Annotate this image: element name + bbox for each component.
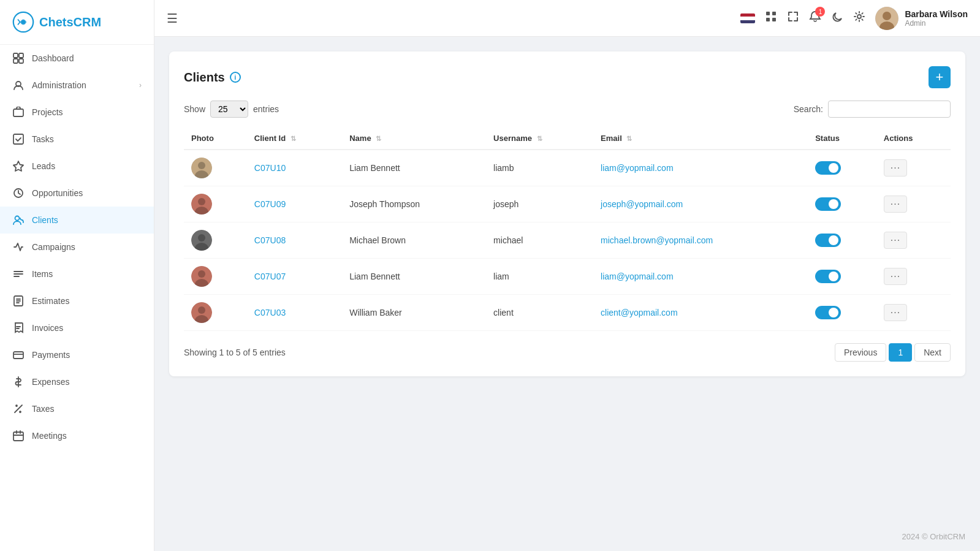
cell-email: joseph@yopmail.com bbox=[593, 186, 808, 222]
svg-rect-13 bbox=[13, 432, 23, 441]
expand-icon[interactable] bbox=[787, 10, 799, 26]
chevron-right-icon: › bbox=[139, 81, 142, 89]
actions-button[interactable]: ··· bbox=[884, 196, 907, 213]
show-label: Show bbox=[184, 104, 205, 114]
status-toggle[interactable] bbox=[815, 197, 841, 211]
client-id-link[interactable]: C07U10 bbox=[254, 163, 286, 173]
topbar-right: 1 bbox=[740, 7, 968, 30]
sidebar-item-label: Meetings bbox=[32, 431, 142, 441]
hamburger-menu[interactable]: ☰ bbox=[167, 11, 178, 26]
sidebar-item-taxes[interactable]: Taxes bbox=[0, 395, 154, 422]
sidebar-item-leads[interactable]: Leads bbox=[0, 153, 154, 180]
email-link[interactable]: client@yopmail.com bbox=[601, 308, 677, 317]
dark-mode-icon[interactable] bbox=[831, 10, 843, 26]
notification-icon[interactable]: 1 bbox=[809, 10, 821, 26]
pagination: Showing 1 to 5 of 5 entries Previous 1 N… bbox=[184, 343, 951, 362]
table-body: C07U10 Liam Bennett liamb liam@yopmail.c… bbox=[184, 150, 951, 331]
status-toggle[interactable] bbox=[815, 306, 841, 319]
status-toggle[interactable] bbox=[815, 270, 841, 283]
add-client-button[interactable]: + bbox=[929, 66, 951, 88]
sidebar-item-opportunities[interactable]: Opportunities bbox=[0, 180, 154, 207]
search-box: Search: bbox=[794, 101, 951, 118]
logo[interactable]: ChetsCRM bbox=[0, 0, 154, 45]
svg-point-35 bbox=[198, 306, 205, 314]
client-id-link[interactable]: C07U03 bbox=[254, 308, 286, 317]
cell-username: liamb bbox=[486, 150, 593, 186]
sidebar-item-items[interactable]: Items bbox=[0, 260, 154, 287]
page-1-button[interactable]: 1 bbox=[889, 343, 912, 362]
svg-point-32 bbox=[198, 270, 205, 278]
col-header-status[interactable]: Status bbox=[808, 127, 876, 150]
settings-icon[interactable] bbox=[853, 10, 865, 26]
show-entries: Show 102550100 entries bbox=[184, 101, 279, 118]
cell-email: liam@yopmail.com bbox=[593, 150, 808, 186]
client-id-link[interactable]: C07U09 bbox=[254, 199, 286, 209]
actions-button[interactable]: ··· bbox=[884, 232, 907, 249]
actions-button[interactable]: ··· bbox=[884, 268, 907, 285]
sidebar-item-payments[interactable]: Payments bbox=[0, 341, 154, 368]
sort-icon: ⇅ bbox=[376, 135, 381, 142]
sidebar-item-label: Administration bbox=[32, 80, 139, 90]
cell-status bbox=[808, 295, 876, 331]
taxes-icon bbox=[12, 403, 25, 415]
grid-icon[interactable] bbox=[765, 10, 777, 26]
cell-photo bbox=[184, 186, 247, 222]
topbar-left: ☰ bbox=[167, 11, 178, 26]
pagination-controls: Previous 1 Next bbox=[835, 343, 951, 362]
table-row: C07U10 Liam Bennett liamb liam@yopmail.c… bbox=[184, 150, 951, 186]
email-link[interactable]: liam@yopmail.com bbox=[601, 272, 673, 281]
sidebar-item-dashboard[interactable]: Dashboard bbox=[0, 45, 154, 72]
clients-card: Clients i + Show 102550100 entries Searc… bbox=[169, 51, 965, 376]
client-avatar bbox=[191, 194, 212, 215]
sidebar-item-tasks[interactable]: Tasks bbox=[0, 126, 154, 153]
card-title: Clients i bbox=[184, 70, 241, 85]
notification-badge: 1 bbox=[815, 7, 825, 17]
col-header-email[interactable]: Email ⇅ bbox=[593, 127, 808, 150]
sidebar-item-label: Clients bbox=[32, 215, 142, 225]
sidebar-item-meetings[interactable]: Meetings bbox=[0, 422, 154, 449]
avatar bbox=[875, 7, 898, 30]
email-link[interactable]: liam@yopmail.com bbox=[601, 163, 673, 173]
sidebar-item-campaigns[interactable]: Campaigns bbox=[0, 234, 154, 260]
email-link[interactable]: joseph@yopmail.com bbox=[601, 199, 683, 209]
cell-client-id: C07U08 bbox=[247, 222, 342, 259]
svg-rect-14 bbox=[766, 12, 770, 15]
client-id-link[interactable]: C07U07 bbox=[254, 272, 286, 281]
col-header-name[interactable]: Name ⇅ bbox=[342, 127, 486, 150]
footer-text: 2024 © OrbitCRM bbox=[902, 532, 966, 541]
user-profile[interactable]: Barbara Wilson Admin bbox=[875, 7, 968, 30]
sidebar-item-projects[interactable]: Projects bbox=[0, 99, 154, 126]
next-button[interactable]: Next bbox=[914, 343, 951, 362]
col-header-username[interactable]: Username ⇅ bbox=[486, 127, 593, 150]
cell-photo bbox=[184, 259, 247, 295]
cell-photo bbox=[184, 295, 247, 331]
email-link[interactable]: michael.brown@yopmail.com bbox=[601, 235, 713, 245]
payments-icon bbox=[12, 349, 25, 361]
sidebar: ChetsCRM Dashboard Administration › Proj… bbox=[0, 0, 154, 551]
items-icon bbox=[12, 268, 25, 280]
invoices-icon bbox=[12, 322, 25, 334]
sidebar-item-administration[interactable]: Administration › bbox=[0, 72, 154, 99]
actions-button[interactable]: ··· bbox=[884, 304, 907, 321]
entries-select[interactable]: 102550100 bbox=[210, 101, 248, 118]
actions-button[interactable]: ··· bbox=[884, 159, 907, 177]
content-area: Clients i + Show 102550100 entries Searc… bbox=[154, 37, 980, 522]
info-icon[interactable]: i bbox=[230, 72, 241, 83]
sidebar-item-label: Payments bbox=[32, 350, 142, 360]
sidebar-item-label: Items bbox=[32, 269, 142, 279]
client-id-link[interactable]: C07U08 bbox=[254, 235, 286, 245]
col-header-client_id[interactable]: Client Id ⇅ bbox=[247, 127, 342, 150]
sidebar-item-invoices[interactable]: Invoices bbox=[0, 314, 154, 341]
svg-rect-4 bbox=[13, 59, 18, 63]
previous-button[interactable]: Previous bbox=[835, 343, 886, 362]
status-toggle[interactable] bbox=[815, 161, 841, 175]
search-input[interactable] bbox=[828, 101, 951, 118]
language-selector[interactable] bbox=[740, 13, 755, 23]
svg-point-20 bbox=[883, 12, 891, 20]
sidebar-item-estimates[interactable]: Estimates bbox=[0, 287, 154, 314]
card-header: Clients i + bbox=[184, 66, 951, 88]
svg-point-1 bbox=[21, 20, 25, 24]
sidebar-item-expenses[interactable]: Expenses bbox=[0, 368, 154, 395]
status-toggle[interactable] bbox=[815, 234, 841, 247]
sidebar-item-clients[interactable]: Clients bbox=[0, 207, 154, 234]
